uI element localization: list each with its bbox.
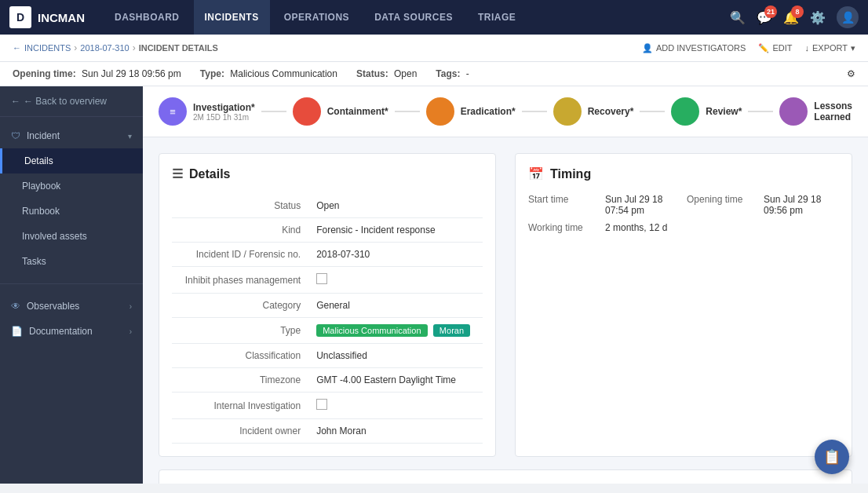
sidebar-back-button[interactable]: ← ← Back to overview — [0, 86, 143, 117]
phase-name-investigation: Investigation* — [193, 102, 255, 113]
status-section: Status: Open — [356, 68, 417, 79]
field-incident-id: Incident ID / Forensic no. 2018-07-310 — [172, 243, 483, 267]
field-internal-label: Internal Investigation — [172, 393, 312, 419]
sidebar-item-observables[interactable]: 👁 Observables › — [0, 294, 143, 319]
field-inhibit-value — [312, 267, 483, 294]
nav-icons: 🔍 💬 21 🔔 8 ⚙️ 👤 — [730, 6, 859, 28]
search-icon[interactable]: 🔍 — [730, 10, 746, 25]
phase-review[interactable]: Review* — [671, 97, 742, 126]
timing-title: Timing — [550, 167, 591, 181]
timing-working-time: Working time 2 months, 12 d — [528, 222, 680, 233]
settings-icon[interactable]: ⚙️ — [810, 10, 826, 25]
doc-icon: 📄 — [11, 326, 23, 337]
working-time-label: Working time — [528, 222, 599, 233]
sidebar-item-documentation[interactable]: 📄 Documentation › — [0, 319, 143, 344]
timing-opening-row: Opening time Sun Jul 29 18 09:56 pm — [687, 194, 839, 239]
phase-recovery[interactable]: Recovery* — [553, 97, 634, 126]
avatar[interactable]: 👤 — [837, 6, 859, 28]
opening-time-value: Sun Jul 29 18 09:56 pm — [82, 68, 181, 79]
edit-button[interactable]: ✏️ EDIT — [758, 43, 792, 53]
fab-icon: 📋 — [823, 448, 841, 466]
sidebar-item-tasks[interactable]: Tasks — [0, 249, 143, 274]
sidebar-section-incident: 🛡 Incident ▾ Details Playbook Runbook — [0, 117, 143, 280]
field-incident-id-value: 2018-07-310 — [312, 243, 483, 267]
sidebar-item-playbook[interactable]: Playbook — [0, 173, 143, 199]
field-category-value: General — [312, 294, 483, 318]
sidebar-section-observables: 👁 Observables › 📄 Documentation › — [0, 287, 143, 350]
nav-operations[interactable]: OPERATIONS — [273, 0, 360, 35]
sidebar: ← ← Back to overview 🛡 Incident ▾ Detail… — [0, 86, 143, 484]
breadcrumb-current: INCIDENT DETAILS — [139, 43, 218, 53]
timing-header: 📅 Timing — [528, 166, 839, 181]
phase-info-recovery: Recovery* — [588, 106, 634, 117]
export-icon: ↓ — [804, 43, 809, 53]
sidebar-item-involved-assets[interactable]: Involved assets — [0, 224, 143, 249]
sidebar-observables-label: Observables — [27, 301, 79, 312]
fab-button[interactable]: 📋 — [815, 440, 849, 474]
phase-connector-4 — [640, 111, 665, 112]
field-kind-label: Kind — [172, 218, 312, 243]
back-arrow-icon: ← — [11, 96, 20, 107]
opening-time-value2: Sun Jul 29 18 09:56 pm — [764, 194, 839, 216]
field-inhibit-label: Inhibit phases management — [172, 267, 312, 294]
chevron-right-icon-2: › — [129, 327, 132, 336]
add-investigators-button[interactable]: 👤 ADD INVESTIGATORS — [642, 43, 746, 53]
shield-icon: 🛡 — [11, 130, 20, 141]
nav-data-sources[interactable]: DATA SOURCES — [363, 0, 464, 35]
status-value: Open — [394, 68, 417, 79]
bell-badge: 8 — [791, 5, 804, 18]
field-owner-value: John Moran — [312, 419, 483, 444]
phase-circle-review — [671, 97, 699, 126]
nav-dashboard[interactable]: DASHBOARD — [104, 0, 191, 35]
main-layout: ← ← Back to overview 🛡 Incident ▾ Detail… — [0, 86, 868, 484]
phase-circle-investigation: ≡ — [159, 97, 187, 126]
field-owner-label: Incident owner — [172, 419, 312, 444]
type-section: Type: Malicious Communication — [200, 68, 337, 79]
type-tag-moran: Moran — [433, 324, 470, 337]
inhibit-checkbox[interactable] — [316, 273, 327, 284]
breadcrumb-sep1: › — [74, 42, 77, 53]
sidebar-item-details[interactable]: Details — [0, 148, 143, 173]
field-classification: Classification Unclassified — [172, 344, 483, 368]
start-time-value: Sun Jul 29 18 07:54 pm — [605, 194, 680, 216]
export-button[interactable]: ↓ EXPORT ▾ — [804, 43, 855, 53]
two-col-layout: ☰ Details Status Open Kind Forensic - In… — [159, 153, 852, 469]
phase-circle-lessons — [779, 97, 808, 126]
nav-incidents[interactable]: INCIDENTS — [194, 0, 270, 35]
sidebar-item-incident[interactable]: 🛡 Incident ▾ — [0, 123, 143, 148]
field-kind-value: Forensic - Incident response — [312, 218, 483, 243]
internal-checkbox[interactable] — [316, 399, 327, 410]
phase-connector-5 — [748, 111, 773, 112]
phase-name-containment: Containment* — [327, 106, 388, 117]
details-header: ☰ Details — [172, 166, 483, 181]
sidebar-involved-assets-label: Involved assets — [22, 231, 87, 242]
timing-panel: 📅 Timing Start time Sun Jul 29 18 07:54 … — [515, 153, 852, 457]
chat-icon[interactable]: 💬 21 — [757, 10, 772, 25]
nav-triage[interactable]: TRIAGE — [467, 0, 527, 35]
phase-circle-containment — [293, 97, 321, 126]
gear-icon[interactable]: ⚙ — [847, 68, 855, 79]
timing-opening-time: Opening time Sun Jul 29 18 09:56 pm — [687, 194, 839, 216]
details-panel: ☰ Details Status Open Kind Forensic - In… — [159, 153, 496, 457]
field-classification-value: Unclassified — [312, 344, 483, 368]
breadcrumb-incident-id[interactable]: 2018-07-310 — [80, 43, 129, 53]
chat-badge: 21 — [764, 5, 777, 18]
phase-containment[interactable]: Containment* — [293, 97, 388, 126]
details-title: Details — [189, 167, 230, 181]
phase-lessons-learned[interactable]: Lessons Learned — [779, 97, 852, 126]
status-label: Status: — [356, 68, 388, 79]
field-incident-id-label: Incident ID / Forensic no. — [172, 243, 312, 267]
phase-eradication[interactable]: Eradication* — [426, 97, 516, 126]
bell-icon[interactable]: 🔔 8 — [783, 10, 799, 25]
chevron-down-icon: ▾ — [128, 132, 132, 141]
breadcrumb-incidents[interactable]: INCIDENTS — [24, 43, 71, 53]
edit-label: EDIT — [772, 43, 792, 53]
phase-name-eradication: Eradication* — [461, 106, 516, 117]
phase-investigation[interactable]: ≡ Investigation* 2M 15D 1h 31m — [159, 97, 255, 126]
phase-info-eradication: Eradication* — [461, 106, 516, 117]
sidebar-item-runbook[interactable]: Runbook — [0, 199, 143, 224]
chevron-right-icon: › — [129, 302, 132, 311]
export-label: EXPORT — [812, 43, 848, 53]
sidebar-runbook-label: Runbook — [22, 206, 60, 217]
phase-name-recovery: Recovery* — [588, 106, 634, 117]
